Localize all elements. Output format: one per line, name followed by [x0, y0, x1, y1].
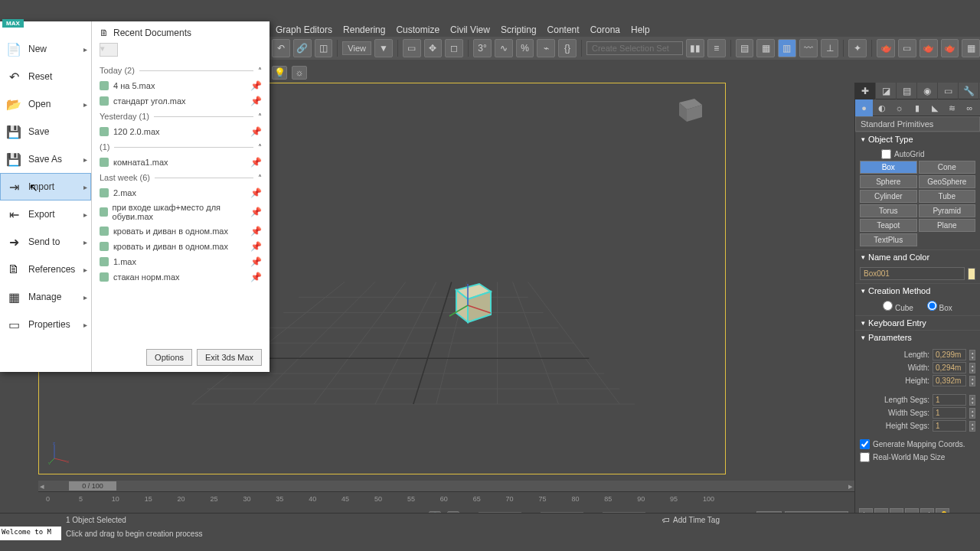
file-menu-open[interactable]: 📂Open▸: [0, 90, 91, 118]
pin-icon[interactable]: 📌: [250, 256, 262, 267]
gen-mapping-checkbox[interactable]: [860, 439, 870, 449]
curve-editor-icon[interactable]: 〰: [799, 39, 818, 57]
real-world-checkbox[interactable]: [860, 452, 870, 462]
scene-explorer-icon[interactable]: ▦: [756, 39, 775, 57]
menu-graph-editors[interactable]: Graph Editors: [276, 24, 332, 35]
collapse-icon[interactable]: ˄: [258, 143, 262, 152]
parameters-header[interactable]: Parameters: [855, 330, 980, 344]
width-input[interactable]: [933, 362, 966, 373]
length-input[interactable]: [933, 349, 966, 360]
modify-tab[interactable]: ◪: [876, 83, 897, 99]
textplus-button[interactable]: TextPlus: [860, 233, 917, 246]
recent-file-item[interactable]: при входе шкаф+место для обуви.max📌: [100, 201, 262, 223]
pin-icon[interactable]: 📌: [250, 126, 262, 137]
recent-file-item[interactable]: 4 на 5.max📌: [100, 78, 262, 93]
recent-file-item[interactable]: комната1.max📌: [100, 155, 262, 170]
recent-group-header[interactable]: Today (2)˄: [100, 66, 262, 75]
width-segs-spinner[interactable]: ▴▾: [969, 408, 975, 419]
pin-icon[interactable]: 📌: [250, 80, 262, 91]
move-gizmo[interactable]: [445, 282, 491, 321]
pin-icon[interactable]: 📌: [250, 241, 262, 252]
rotate-icon[interactable]: 3°: [473, 39, 492, 57]
move-icon[interactable]: ✥: [424, 39, 443, 57]
helpers-icon[interactable]: ◣: [926, 99, 943, 116]
shapes-icon[interactable]: ◐: [873, 99, 890, 116]
height-segs-spinner[interactable]: ▴▾: [969, 421, 975, 432]
time-slider-knob[interactable]: 0 / 100: [69, 481, 116, 491]
file-menu-import[interactable]: ⇥Import▸: [0, 173, 91, 201]
light-icon[interactable]: ☼: [292, 66, 307, 80]
curve-icon[interactable]: ∿: [495, 39, 513, 57]
height-spinner[interactable]: ▴▾: [969, 376, 975, 386]
file-menu-reset[interactable]: ↶Reset: [0, 63, 91, 90]
recent-file-item[interactable]: 1.max📌: [100, 254, 262, 269]
selection-set-dropdown[interactable]: [586, 41, 683, 55]
pyramid-button[interactable]: Pyramid: [919, 204, 976, 217]
space-warps-icon[interactable]: ≋: [943, 99, 961, 116]
window-icon[interactable]: ◻: [445, 39, 463, 57]
menu-scripting[interactable]: Scripting: [501, 24, 537, 35]
recent-group-header[interactable]: Yesterday (1)˄: [100, 112, 262, 121]
align-icon[interactable]: ≡: [707, 39, 726, 57]
primitive-category-dropdown[interactable]: Standard Primitives: [855, 116, 980, 132]
time-slider[interactable]: ◂ 0 / 100 ▸: [38, 481, 854, 491]
recent-file-item[interactable]: стандарт угол.max📌: [100, 93, 262, 109]
cameras-icon[interactable]: ▮: [908, 99, 926, 116]
pin-icon[interactable]: 📌: [250, 207, 262, 217]
sphere-button[interactable]: Sphere: [860, 175, 917, 188]
filter-icon[interactable]: ▼: [374, 39, 393, 57]
menu-corona[interactable]: Corona: [590, 24, 620, 35]
pin-icon[interactable]: 📌: [250, 272, 262, 282]
options-button[interactable]: Options: [146, 349, 192, 366]
file-menu-send-to[interactable]: ➜Send to▸: [0, 228, 91, 256]
recent-group-header[interactable]: (1)˄: [100, 142, 262, 152]
recent-file-item[interactable]: кровать и диван в одном.max📌: [100, 239, 262, 254]
menu-rendering[interactable]: Rendering: [343, 24, 385, 35]
pin-icon[interactable]: 📌: [250, 96, 262, 106]
file-menu-export[interactable]: ⇤Export▸: [0, 201, 91, 228]
file-menu-manage[interactable]: ▦Manage▸: [0, 283, 91, 311]
recent-file-item[interactable]: кровать и диван в одном.max📌: [100, 223, 262, 239]
render-icon[interactable]: ▦: [962, 39, 980, 57]
box-button[interactable]: Box: [860, 161, 917, 174]
display-tab[interactable]: ▭: [938, 83, 959, 99]
height-segs-input[interactable]: [933, 420, 966, 432]
render-frame-icon[interactable]: ▭: [898, 39, 916, 57]
cube-radio[interactable]: Cube: [883, 301, 913, 312]
menu-civil-view[interactable]: Civil View: [450, 24, 490, 35]
selection-icon[interactable]: ◫: [315, 39, 333, 57]
view-dropdown[interactable]: View: [342, 41, 371, 55]
tube-button[interactable]: Tube: [919, 190, 976, 203]
collapse-icon[interactable]: ˄: [258, 112, 262, 121]
time-ruler[interactable]: 0510152025303540455055606570758085909510…: [38, 491, 854, 505]
length-segs-spinner[interactable]: ▴▾: [969, 395, 975, 406]
length-segs-input[interactable]: [933, 394, 966, 406]
width-spinner[interactable]: ▴▾: [969, 363, 975, 373]
motion-tab[interactable]: ◉: [917, 83, 938, 99]
view-cube[interactable]: [664, 91, 710, 126]
systems-icon[interactable]: ∞: [961, 99, 978, 116]
width-segs-input[interactable]: [933, 407, 966, 419]
material-icon[interactable]: ✦: [848, 39, 867, 57]
object-name-input[interactable]: [860, 267, 965, 280]
file-menu-references[interactable]: 🗎References▸: [0, 256, 91, 283]
object-color-swatch[interactable]: [968, 268, 975, 280]
pin-icon[interactable]: 📌: [250, 157, 262, 168]
recent-file-item[interactable]: 120 2.0.max📌: [100, 124, 262, 139]
creation-method-header[interactable]: Creation Method: [855, 283, 980, 298]
collapse-icon[interactable]: ˄: [258, 67, 262, 75]
add-time-tag[interactable]: 🏷Add Time Tag: [662, 516, 720, 524]
plane-button[interactable]: Plane: [919, 219, 976, 232]
length-spinner[interactable]: ▴▾: [969, 350, 975, 360]
hierarchy-tab[interactable]: ▤: [897, 83, 917, 99]
lights-icon[interactable]: ☼: [890, 99, 908, 116]
file-menu-save-as[interactable]: 💾Save As▸: [0, 145, 91, 173]
manipulate-icon[interactable]: {}: [558, 39, 577, 57]
autogrid-checkbox[interactable]: [881, 149, 891, 159]
teapot-button[interactable]: Teapot: [860, 219, 917, 232]
pin-icon[interactable]: 📌: [250, 187, 262, 198]
keyboard-entry-header[interactable]: Keyboard Entry: [855, 315, 980, 330]
toggle-icon[interactable]: ▥: [778, 39, 796, 57]
maxscript-listener[interactable]: Welcome to M: [0, 527, 61, 540]
percent-icon[interactable]: %: [516, 39, 534, 57]
